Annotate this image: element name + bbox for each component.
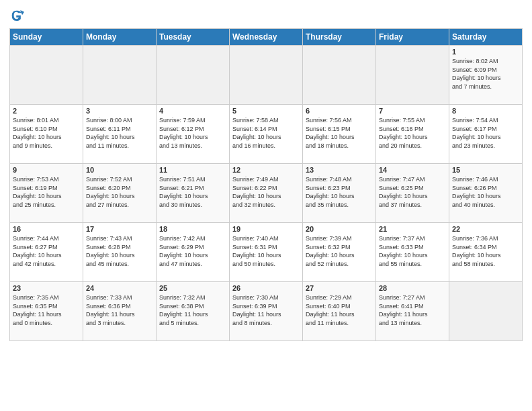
day-info: Sunrise: 7:58 AM Sunset: 6:14 PM Dayligh… [232,116,300,150]
calendar-cell: 26Sunrise: 7:30 AM Sunset: 6:39 PM Dayli… [230,282,303,341]
logo [9,7,27,23]
calendar: SundayMondayTuesdayWednesdayThursdayFrid… [9,28,523,341]
day-info: Sunrise: 7:39 AM Sunset: 6:32 PM Dayligh… [306,234,373,268]
week-row-4: 16Sunrise: 7:44 AM Sunset: 6:27 PM Dayli… [10,223,523,282]
calendar-cell: 16Sunrise: 7:44 AM Sunset: 6:27 PM Dayli… [10,223,83,282]
day-number: 2 [13,107,80,115]
calendar-cell: 17Sunrise: 7:43 AM Sunset: 6:28 PM Dayli… [83,223,157,282]
day-info: Sunrise: 7:40 AM Sunset: 6:31 PM Dayligh… [232,234,300,268]
header [9,7,523,23]
day-info: Sunrise: 7:54 AM Sunset: 6:17 PM Dayligh… [452,116,519,150]
day-number: 13 [306,166,373,174]
weekday-header-row: SundayMondayTuesdayWednesdayThursdayFrid… [10,29,523,46]
day-number: 23 [13,284,80,292]
calendar-cell: 2Sunrise: 8:01 AM Sunset: 6:10 PM Daylig… [10,105,83,164]
calendar-cell: 14Sunrise: 7:47 AM Sunset: 6:25 PM Dayli… [376,164,449,223]
calendar-cell: 8Sunrise: 7:54 AM Sunset: 6:17 PM Daylig… [449,105,523,164]
calendar-cell: 5Sunrise: 7:58 AM Sunset: 6:14 PM Daylig… [230,105,303,164]
calendar-cell: 7Sunrise: 7:55 AM Sunset: 6:16 PM Daylig… [376,105,449,164]
day-info: Sunrise: 7:52 AM Sunset: 6:20 PM Dayligh… [86,175,153,209]
day-number: 8 [452,107,519,115]
day-number: 5 [232,107,300,115]
day-info: Sunrise: 8:01 AM Sunset: 6:10 PM Dayligh… [13,116,80,150]
day-number: 6 [306,107,373,115]
calendar-cell: 15Sunrise: 7:46 AM Sunset: 6:26 PM Dayli… [449,164,523,223]
week-row-3: 9Sunrise: 7:53 AM Sunset: 6:19 PM Daylig… [10,164,523,223]
calendar-cell [303,46,376,105]
day-number: 9 [13,166,80,174]
day-info: Sunrise: 7:43 AM Sunset: 6:28 PM Dayligh… [86,234,153,268]
week-row-2: 2Sunrise: 8:01 AM Sunset: 6:10 PM Daylig… [10,105,523,164]
weekday-header-wednesday: Wednesday [230,29,303,46]
day-info: Sunrise: 7:55 AM Sunset: 6:16 PM Dayligh… [379,116,446,150]
day-info: Sunrise: 7:49 AM Sunset: 6:22 PM Dayligh… [232,175,300,209]
calendar-cell: 13Sunrise: 7:48 AM Sunset: 6:23 PM Dayli… [303,164,376,223]
day-number: 28 [379,284,446,292]
calendar-cell: 4Sunrise: 7:59 AM Sunset: 6:12 PM Daylig… [157,105,230,164]
calendar-cell [83,46,157,105]
day-info: Sunrise: 7:44 AM Sunset: 6:27 PM Dayligh… [13,234,80,268]
day-number: 15 [452,166,519,174]
day-number: 25 [159,284,226,292]
weekday-header-saturday: Saturday [449,29,523,46]
day-number: 12 [232,166,300,174]
calendar-cell [449,282,523,341]
calendar-cell [230,46,303,105]
day-info: Sunrise: 7:30 AM Sunset: 6:39 PM Dayligh… [232,293,300,327]
calendar-cell: 20Sunrise: 7:39 AM Sunset: 6:32 PM Dayli… [303,223,376,282]
day-number: 27 [306,284,373,292]
calendar-cell: 22Sunrise: 7:36 AM Sunset: 6:34 PM Dayli… [449,223,523,282]
calendar-cell [157,46,230,105]
calendar-cell [376,46,449,105]
day-info: Sunrise: 7:51 AM Sunset: 6:21 PM Dayligh… [159,175,226,209]
weekday-header-monday: Monday [83,29,157,46]
day-number: 18 [159,225,226,233]
day-number: 22 [452,225,519,233]
day-info: Sunrise: 7:48 AM Sunset: 6:23 PM Dayligh… [306,175,373,209]
weekday-header-thursday: Thursday [303,29,376,46]
calendar-cell: 9Sunrise: 7:53 AM Sunset: 6:19 PM Daylig… [10,164,83,223]
day-info: Sunrise: 7:46 AM Sunset: 6:26 PM Dayligh… [452,175,519,209]
day-number: 19 [232,225,300,233]
calendar-cell: 6Sunrise: 7:56 AM Sunset: 6:15 PM Daylig… [303,105,376,164]
day-number: 14 [379,166,446,174]
day-info: Sunrise: 7:33 AM Sunset: 6:36 PM Dayligh… [86,293,153,327]
calendar-cell: 10Sunrise: 7:52 AM Sunset: 6:20 PM Dayli… [83,164,157,223]
calendar-cell [10,46,83,105]
day-number: 20 [306,225,373,233]
calendar-cell: 11Sunrise: 7:51 AM Sunset: 6:21 PM Dayli… [157,164,230,223]
week-row-1: 1Sunrise: 8:02 AM Sunset: 6:09 PM Daylig… [10,46,523,105]
day-info: Sunrise: 7:42 AM Sunset: 6:29 PM Dayligh… [159,234,226,268]
day-info: Sunrise: 8:00 AM Sunset: 6:11 PM Dayligh… [86,116,153,150]
weekday-header-tuesday: Tuesday [157,29,230,46]
day-info: Sunrise: 8:02 AM Sunset: 6:09 PM Dayligh… [452,57,519,91]
day-number: 10 [86,166,153,174]
calendar-cell: 21Sunrise: 7:37 AM Sunset: 6:33 PM Dayli… [376,223,449,282]
day-number: 16 [13,225,80,233]
day-info: Sunrise: 7:35 AM Sunset: 6:35 PM Dayligh… [13,293,80,327]
day-info: Sunrise: 7:27 AM Sunset: 6:41 PM Dayligh… [379,293,446,327]
calendar-cell: 19Sunrise: 7:40 AM Sunset: 6:31 PM Dayli… [230,223,303,282]
calendar-cell: 3Sunrise: 8:00 AM Sunset: 6:11 PM Daylig… [83,105,157,164]
calendar-cell: 24Sunrise: 7:33 AM Sunset: 6:36 PM Dayli… [83,282,157,341]
day-number: 4 [159,107,226,115]
calendar-cell: 23Sunrise: 7:35 AM Sunset: 6:35 PM Dayli… [10,282,83,341]
day-info: Sunrise: 7:59 AM Sunset: 6:12 PM Dayligh… [159,116,226,150]
day-number: 3 [86,107,153,115]
main-container: SundayMondayTuesdayWednesdayThursdayFrid… [0,0,532,411]
calendar-cell: 27Sunrise: 7:29 AM Sunset: 6:40 PM Dayli… [303,282,376,341]
day-info: Sunrise: 7:56 AM Sunset: 6:15 PM Dayligh… [306,116,373,150]
day-number: 26 [232,284,300,292]
weekday-header-friday: Friday [376,29,449,46]
day-info: Sunrise: 7:47 AM Sunset: 6:25 PM Dayligh… [379,175,446,209]
day-number: 1 [452,48,519,56]
calendar-cell: 28Sunrise: 7:27 AM Sunset: 6:41 PM Dayli… [376,282,449,341]
day-number: 11 [159,166,226,174]
day-number: 7 [379,107,446,115]
calendar-cell: 1Sunrise: 8:02 AM Sunset: 6:09 PM Daylig… [449,46,523,105]
day-info: Sunrise: 7:37 AM Sunset: 6:33 PM Dayligh… [379,234,446,268]
day-info: Sunrise: 7:53 AM Sunset: 6:19 PM Dayligh… [13,175,80,209]
day-number: 17 [86,225,153,233]
day-info: Sunrise: 7:32 AM Sunset: 6:38 PM Dayligh… [159,293,226,327]
calendar-cell: 18Sunrise: 7:42 AM Sunset: 6:29 PM Dayli… [157,223,230,282]
